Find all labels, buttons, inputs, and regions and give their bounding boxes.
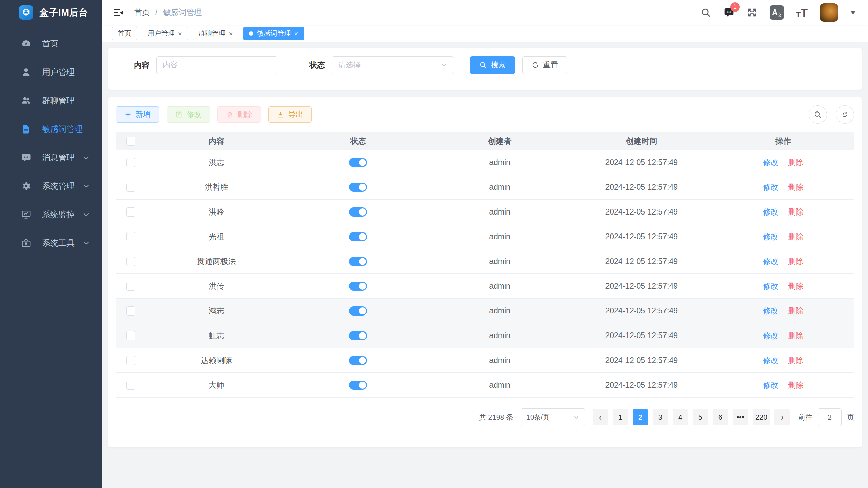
row-checkbox[interactable] <box>126 257 135 266</box>
row-checkbox[interactable] <box>126 232 135 241</box>
sidebar-item-user-manage[interactable]: 用户管理 <box>0 58 102 86</box>
row-checkbox[interactable] <box>126 306 135 316</box>
sidebar-item-home[interactable]: 首页 <box>0 29 102 58</box>
row-delete-link[interactable]: 删除 <box>788 207 804 217</box>
search-button[interactable]: 搜索 <box>470 56 515 74</box>
row-checkbox[interactable] <box>126 158 135 167</box>
page-size-select[interactable]: 10条/页 <box>521 408 585 426</box>
tab-群聊管理[interactable]: 群聊管理× <box>193 27 239 40</box>
row-delete-link[interactable]: 删除 <box>788 281 804 291</box>
status-toggle[interactable] <box>349 306 367 316</box>
toggle-search-icon[interactable] <box>809 105 827 124</box>
tab-敏感词管理[interactable]: 敏感词管理× <box>243 27 304 40</box>
status-toggle[interactable] <box>349 381 367 390</box>
breadcrumb-home[interactable]: 首页 <box>134 7 150 18</box>
page-button-220[interactable]: 220 <box>753 409 770 425</box>
message-notification-icon[interactable]: 1 <box>724 7 734 18</box>
row-edit-link[interactable]: 修改 <box>763 306 778 316</box>
row-delete-link[interactable]: 删除 <box>788 355 804 366</box>
row-delete-link[interactable]: 删除 <box>788 256 804 267</box>
tab-用户管理[interactable]: 用户管理× <box>142 27 188 40</box>
tab-首页[interactable]: 首页 <box>112 27 137 40</box>
user-menu-caret-icon[interactable] <box>850 11 856 14</box>
row-edit-link[interactable]: 修改 <box>763 330 778 341</box>
select-all-checkbox[interactable] <box>126 137 135 146</box>
status-toggle[interactable] <box>349 232 367 241</box>
row-delete-link[interactable]: 删除 <box>788 380 804 390</box>
cell-created-at: 2024-12-05 12:57:49 <box>571 158 712 167</box>
row-delete-link[interactable]: 删除 <box>788 231 804 242</box>
page-button-4[interactable]: 4 <box>673 409 688 425</box>
row-checkbox[interactable] <box>126 183 135 192</box>
close-icon[interactable]: × <box>294 30 298 37</box>
avatar[interactable] <box>820 3 838 22</box>
row-edit-link[interactable]: 修改 <box>763 182 778 192</box>
goto-label: 前往 <box>798 412 812 422</box>
pagination: 共 2198 条 10条/页 ‹123456•••220› 前往 页 <box>116 408 854 426</box>
search-icon[interactable] <box>700 7 711 18</box>
page-button-3[interactable]: 3 <box>653 409 668 425</box>
status-toggle[interactable] <box>349 207 367 217</box>
font-size-icon[interactable]: TT <box>796 7 808 18</box>
table-header: 内容状态创建者创建时间操作 <box>116 132 854 150</box>
more-pages-button[interactable]: ••• <box>733 409 748 425</box>
refresh-icon[interactable] <box>836 105 854 124</box>
row-delete-link[interactable]: 删除 <box>788 306 804 316</box>
language-switch-icon[interactable]: A 文 <box>770 5 784 20</box>
sidebar-item-sensitive-words[interactable]: 敏感词管理 <box>0 115 102 143</box>
table-row: 洪志admin2024-12-05 12:57:49修改删除 <box>116 150 854 175</box>
toolbar: 新增 修改 删除 导出 <box>116 105 854 124</box>
row-checkbox[interactable] <box>126 282 135 291</box>
page-button-1[interactable]: 1 <box>613 409 628 425</box>
reset-button[interactable]: 重置 <box>522 56 567 74</box>
chevron-down-icon <box>82 210 90 219</box>
close-icon[interactable]: × <box>178 30 182 37</box>
goto-page-input[interactable] <box>818 408 842 426</box>
sidebar-fold-icon[interactable] <box>113 7 124 18</box>
row-edit-link[interactable]: 修改 <box>763 231 778 242</box>
next-page-button[interactable]: › <box>774 409 790 425</box>
status-toggle[interactable] <box>349 257 367 266</box>
row-checkbox[interactable] <box>126 331 135 340</box>
sidebar-item-system-monitor[interactable]: 系统监控 <box>0 200 102 229</box>
row-checkbox[interactable] <box>126 381 135 390</box>
column-header: 内容 <box>146 136 287 146</box>
status-toggle[interactable] <box>349 282 367 291</box>
row-delete-link[interactable]: 删除 <box>788 330 804 341</box>
table-row: 大师admin2024-12-05 12:57:49修改删除 <box>116 373 854 398</box>
prev-page-button[interactable]: ‹ <box>593 409 608 425</box>
row-delete-link[interactable]: 删除 <box>788 157 804 168</box>
row-edit-link[interactable]: 修改 <box>763 207 778 217</box>
content-filter-input[interactable] <box>156 56 277 74</box>
status-filter-select[interactable]: 请选择 <box>332 56 454 74</box>
row-delete-link[interactable]: 删除 <box>788 182 804 192</box>
edit-button[interactable]: 修改 <box>167 106 210 123</box>
cell-content: 洪志 <box>146 157 287 168</box>
sidebar-item-system-manage[interactable]: 系统管理 <box>0 172 102 200</box>
row-checkbox[interactable] <box>126 356 135 365</box>
topbar-actions: 1 A 文 TT <box>700 3 856 22</box>
sidebar-item-system-tools[interactable]: 系统工具 <box>0 229 102 257</box>
status-toggle[interactable] <box>349 183 367 192</box>
delete-button[interactable]: 删除 <box>217 106 261 123</box>
close-icon[interactable]: × <box>229 30 233 37</box>
row-edit-link[interactable]: 修改 <box>763 355 778 366</box>
status-filter-label: 状态 <box>309 60 325 70</box>
sidebar-item-group-manage[interactable]: 群聊管理 <box>0 86 102 115</box>
sidebar-item-message-manage[interactable]: 消息管理 <box>0 143 102 172</box>
status-toggle[interactable] <box>349 331 367 340</box>
status-toggle[interactable] <box>349 158 367 167</box>
status-toggle[interactable] <box>349 356 367 365</box>
export-button[interactable]: 导出 <box>268 106 312 123</box>
row-edit-link[interactable]: 修改 <box>763 380 778 390</box>
row-checkbox[interactable] <box>126 207 135 217</box>
page-button-5[interactable]: 5 <box>693 409 708 425</box>
page-button-2[interactable]: 2 <box>633 409 648 425</box>
row-edit-link[interactable]: 修改 <box>763 281 778 291</box>
goto-unit-label: 页 <box>847 412 854 422</box>
page-button-6[interactable]: 6 <box>713 409 728 425</box>
row-edit-link[interactable]: 修改 <box>763 157 778 168</box>
row-edit-link[interactable]: 修改 <box>763 256 778 267</box>
fullscreen-icon[interactable] <box>747 7 757 18</box>
add-button[interactable]: 新增 <box>116 106 159 123</box>
